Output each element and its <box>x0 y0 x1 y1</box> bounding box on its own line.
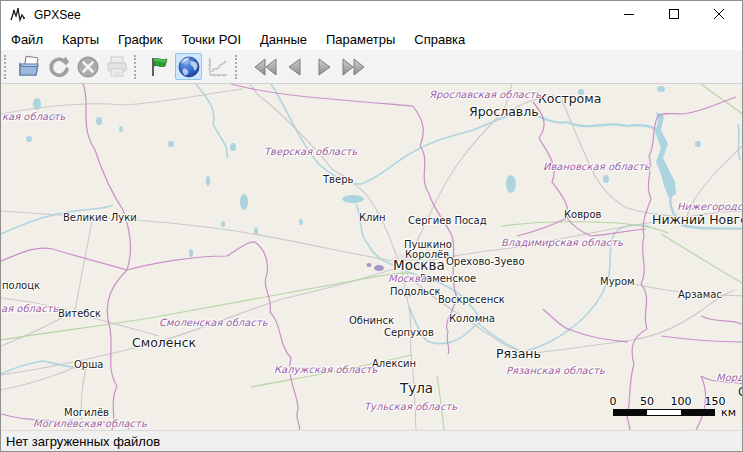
print-button[interactable] <box>103 53 130 80</box>
region-label: ая область <box>1 304 58 315</box>
city-label: Кострома <box>538 92 601 105</box>
city-label: Коломна <box>449 314 495 325</box>
region-label: Калужская область <box>274 365 377 376</box>
minimize-icon <box>624 9 635 20</box>
city-label: полоцк <box>2 281 40 292</box>
city-label: Са <box>738 386 742 399</box>
menu-bar: ФайлКартыГрафикТочки POIДанныеПараметрыС… <box>1 28 742 50</box>
close-file-button[interactable] <box>74 53 101 80</box>
region-label: Нижегородская <box>677 202 742 213</box>
minimize-button[interactable] <box>607 1 652 28</box>
menu-item-3[interactable]: Точки POI <box>172 30 250 49</box>
previous-file-icon <box>285 58 305 76</box>
city-label: Обнинск <box>349 316 394 327</box>
city-label: Подольск <box>390 287 441 298</box>
city-label: Муром <box>600 277 635 288</box>
graph-icon <box>206 55 230 79</box>
map-base-layer <box>1 84 742 430</box>
region-label: Ивановская область <box>543 162 650 173</box>
reload-icon <box>47 55 71 79</box>
menu-item-6[interactable]: Справка <box>405 30 474 49</box>
reload-button[interactable] <box>45 53 72 80</box>
region-label: Смоленская область <box>159 318 268 329</box>
scale-tick: 0 <box>610 395 617 408</box>
toolbar-handle[interactable] <box>235 55 243 79</box>
city-label: Москва <box>393 258 445 272</box>
last-file-button[interactable] <box>339 53 366 80</box>
city-label: Ярославль <box>469 105 539 118</box>
city-label: Великие Луки <box>63 213 137 224</box>
region-label: кая область <box>2 112 65 123</box>
print-icon <box>105 55 129 79</box>
region-label: Владимирская область <box>501 238 623 249</box>
menu-item-0[interactable]: Файл <box>2 30 52 49</box>
city-label: Могилёв <box>64 408 109 419</box>
menu-item-2[interactable]: График <box>109 30 171 49</box>
gpxsee-window: GPXSee ФайлКартыГрафикТочки POIДанныеПар… <box>0 0 743 452</box>
map-scale-bar: км 050100150 <box>613 395 742 421</box>
scale-tick: 50 <box>640 395 654 408</box>
city-label: Раменское <box>420 274 476 285</box>
city-label: Нижний Новгород <box>652 213 742 226</box>
city-label: Орехово-Зуево <box>446 257 525 268</box>
first-file-button[interactable] <box>252 53 279 80</box>
close-file-icon <box>76 55 100 79</box>
show-graph-button[interactable] <box>204 53 231 80</box>
toolbar-handle[interactable] <box>4 55 12 79</box>
status-bar: Нет загруженных файлов <box>1 430 742 451</box>
region-label: Мордо <box>716 373 742 384</box>
scale-tick: 150 <box>705 395 726 408</box>
open-file-icon <box>18 55 42 79</box>
city-label: Витебск <box>58 309 101 320</box>
city-label: Арзамас <box>678 290 722 301</box>
first-file-icon <box>254 58 278 76</box>
city-label: Алексин <box>372 359 416 370</box>
city-label: Тверь <box>323 175 353 186</box>
map-view[interactable]: км 050100150 КостромаЯрославльТверьВелик… <box>1 84 742 430</box>
city-label: Серпухов <box>384 328 434 339</box>
window-title: GPXSee <box>34 8 607 22</box>
last-file-icon <box>341 58 365 76</box>
close-icon <box>714 9 725 20</box>
menu-item-5[interactable]: Параметры <box>317 30 404 49</box>
region-label: Москва <box>388 274 426 285</box>
city-label: Тула <box>400 381 433 395</box>
region-label: Тульская область <box>364 402 457 413</box>
previous-file-button[interactable] <box>281 53 308 80</box>
maximize-button[interactable] <box>652 1 697 28</box>
tool-bar <box>1 50 742 84</box>
city-label: Ковров <box>564 210 601 221</box>
region-label: Рязанская область <box>506 366 605 377</box>
city-label: Смоленск <box>132 336 196 349</box>
app-track-icon <box>10 7 28 23</box>
next-file-icon <box>314 58 334 76</box>
next-file-button[interactable] <box>310 53 337 80</box>
menu-item-1[interactable]: Карты <box>53 30 108 49</box>
open-file-button[interactable] <box>16 53 43 80</box>
menu-item-4[interactable]: Данные <box>251 30 316 49</box>
region-label: Ярославская область <box>429 90 541 101</box>
show-map-button[interactable] <box>175 53 202 80</box>
city-label: Орша <box>74 360 104 371</box>
close-button[interactable] <box>697 1 742 28</box>
show-poi-button[interactable] <box>146 53 173 80</box>
map-globe-icon <box>177 55 201 79</box>
scale-bar-segments <box>613 409 715 416</box>
city-label: Сергиев Посад <box>408 216 487 227</box>
city-label: Рязань <box>496 347 541 360</box>
region-label: Могилёвская область <box>33 419 147 430</box>
poi-flag-icon <box>148 55 172 79</box>
city-label: Воскресенск <box>438 295 505 306</box>
scale-tick: 100 <box>671 395 692 408</box>
city-label: Клин <box>359 213 386 224</box>
status-text: Нет загруженных файлов <box>6 434 160 449</box>
region-label: Тверская область <box>264 147 357 158</box>
toolbar-handle[interactable] <box>134 55 142 79</box>
maximize-icon <box>669 9 680 20</box>
title-bar: GPXSee <box>1 1 742 28</box>
